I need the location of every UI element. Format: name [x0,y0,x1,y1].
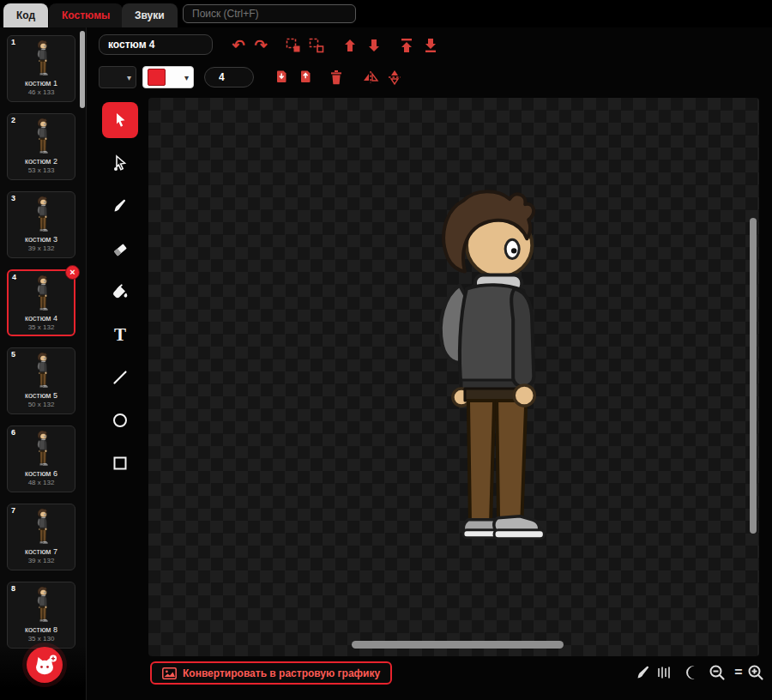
reshape-icon [112,154,129,172]
costume-card[interactable]: 8 × костюм 8 35 x 130 [7,582,75,649]
redo-button[interactable]: ↷ [250,34,271,57]
costume-card[interactable]: 4 × костюм 4 35 x 132 [7,269,75,336]
equals-icon: = [734,665,742,680]
paint-brush-toggle-button[interactable] [633,662,654,683]
costume-drawing [399,182,555,578]
small-brush-icon [635,664,652,681]
costume-panel: 1 × костюм 1 46 x 133 2 × костюм 2 53 x … [0,27,87,700]
paint-bucket-icon [112,283,129,300]
outline-width-input[interactable] [204,67,254,88]
tab-costumes[interactable]: Костюмы [49,3,123,27]
flip-vertical-button[interactable] [384,66,405,88]
costume-number: 4 [12,273,16,281]
canvas-vertical-scrollbar[interactable] [750,218,757,534]
tab-sounds[interactable]: Звуки [122,3,178,27]
paste-button[interactable] [295,66,316,88]
line-tool[interactable] [102,359,138,395]
costume-thumbnail [27,430,56,469]
eraser-icon [112,240,129,257]
select-tool[interactable] [102,102,138,138]
zoom-in-button[interactable] [745,662,766,683]
flip-horizontal-button[interactable] [360,66,381,88]
caret-down-icon: ▾ [184,73,189,82]
zoom-out-button[interactable] [707,662,727,683]
outline-color-swatch [148,69,166,86]
costume-size: 39 x 132 [28,557,55,564]
text-tool-icon: T [114,324,126,346]
costume-card[interactable]: 1 × костюм 1 46 x 133 [7,35,75,102]
undo-icon: ↶ [232,38,244,53]
costume-name: костюм 7 [25,547,57,556]
costume-name: костюм 5 [25,391,57,400]
cursor-icon [112,112,129,129]
redo-icon: ↷ [254,38,267,53]
bring-forward-button[interactable] [340,34,360,57]
costume-list: 1 × костюм 1 46 x 133 2 × костюм 2 53 x … [3,35,80,660]
circle-icon [112,412,129,429]
costume-name: костюм 1 [25,79,57,88]
brush-icon [112,197,129,214]
bars-toggle-button[interactable] [654,662,674,683]
rectangle-icon [112,455,129,472]
copy-icon [274,69,288,85]
outline-color-dropdown[interactable]: ▾ [142,66,194,88]
paint-area: ↶ ↷ [0,0,772,700]
eraser-tool[interactable] [102,231,138,267]
trash-icon [329,69,343,85]
costume-card[interactable]: 5 × костюм 5 50 x 132 [7,347,75,414]
costume-card[interactable]: 6 × костюм 6 48 x 132 [7,425,75,492]
costume-size: 53 x 133 [28,166,55,174]
arrow-down-icon [367,38,381,53]
copy-button[interactable] [271,66,292,88]
delete-costume-button[interactable]: × [65,265,80,280]
costume-thumbnail [27,508,56,547]
canvas-horizontal-scrollbar[interactable] [352,641,564,649]
costume-number: 5 [11,350,15,359]
costume-size: 35 x 130 [28,635,55,643]
paint-canvas[interactable] [148,98,759,656]
fill-color-dropdown[interactable]: ▾ [99,66,136,88]
flip-vertical-icon [388,69,401,86]
dark-mode-toggle-button[interactable] [682,662,703,683]
paint-editor-app: Код Костюмы Звуки 1 × костюм 1 46 x 133 … [0,0,772,700]
add-costume-button[interactable] [27,647,63,683]
tab-code[interactable]: Код [3,3,48,27]
caret-down-icon: ▾ [127,73,131,82]
send-to-back-button[interactable] [420,34,441,57]
brush-tool[interactable] [102,188,138,224]
costume-number: 3 [11,194,15,202]
costume-size: 50 x 132 [28,401,55,408]
circle-tool[interactable] [102,402,138,438]
costume-card[interactable]: 2 × костюм 2 53 x 133 [7,113,75,180]
zoom-in-icon [747,664,764,681]
bars-icon [656,664,672,681]
arrow-up-bar-icon [400,38,413,53]
flip-horizontal-icon [362,70,379,84]
delete-button[interactable] [326,66,347,88]
costume-name-input[interactable] [99,34,213,55]
fill-tool[interactable] [102,274,138,310]
bring-to-front-button[interactable] [396,34,417,57]
search-input[interactable] [183,4,356,23]
ungroup-button[interactable] [306,34,327,57]
costume-card[interactable]: 7 × костюм 7 39 x 132 [7,504,75,570]
send-backward-button[interactable] [364,34,384,57]
reshape-tool[interactable] [102,145,138,181]
ungroup-icon [309,38,324,53]
costume-size: 48 x 132 [28,479,55,486]
costume-number: 6 [11,428,15,437]
rectangle-tool[interactable] [102,445,138,481]
costume-card[interactable]: 3 × костюм 3 39 x 132 [7,191,75,258]
undo-button[interactable]: ↶ [228,34,249,57]
paste-icon [299,69,312,85]
text-tool[interactable]: T [102,317,138,353]
costume-size: 35 x 132 [28,323,55,331]
zoom-out-icon [709,664,726,681]
costume-size: 39 x 132 [28,244,55,252]
costume-name: костюм 6 [25,469,57,478]
costume-list-scrollbar[interactable] [80,31,85,108]
convert-to-bitmap-button[interactable]: Конвертировать в растровую графику [150,661,392,685]
costume-name: костюм 8 [25,625,57,634]
costume-thumbnail [27,118,56,157]
group-button[interactable] [283,34,304,57]
